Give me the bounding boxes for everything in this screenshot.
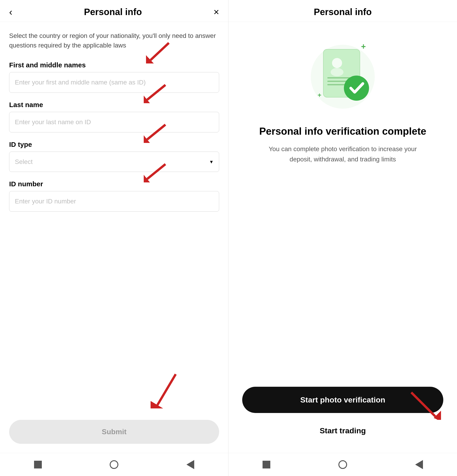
right-nav-square-icon[interactable]: [263, 461, 270, 468]
id-type-label: ID type: [9, 141, 219, 148]
verification-description: You can complete photo verification to i…: [263, 144, 423, 165]
bottom-navigation: [0, 453, 228, 476]
right-header-title: Personal info: [314, 7, 371, 17]
verification-complete-title: Personal info verification complete: [259, 125, 426, 138]
left-header-title: Personal info: [84, 7, 142, 17]
right-nav-circle-icon[interactable]: [338, 460, 347, 469]
svg-point-20: [344, 76, 369, 101]
nav-square-icon[interactable]: [34, 461, 42, 468]
first-name-input[interactable]: [9, 72, 219, 93]
id-type-field-group: ID type Select Passport National ID Driv…: [9, 141, 219, 172]
submit-button[interactable]: Submit: [9, 420, 219, 444]
nav-circle-icon[interactable]: [110, 460, 118, 469]
id-type-select[interactable]: Select Passport National ID Driver's Lic…: [9, 152, 219, 172]
last-name-input[interactable]: [9, 112, 219, 132]
nav-back-icon[interactable]: [186, 460, 194, 469]
id-type-select-wrapper: Select Passport National ID Driver's Lic…: [9, 152, 219, 172]
back-button[interactable]: ‹: [9, 7, 12, 17]
svg-point-16: [331, 68, 343, 76]
id-number-input[interactable]: [9, 191, 219, 212]
last-name-label: Last name: [9, 101, 219, 109]
start-trading-button[interactable]: Start trading: [242, 417, 443, 444]
left-panel: ‹ Personal info × Select the country or …: [0, 0, 228, 476]
right-header: Personal info: [228, 0, 457, 22]
right-bottom-navigation: [228, 453, 457, 476]
start-trading-wrapper: Start trading: [242, 417, 443, 444]
right-content: + + Personal info verification complete …: [228, 22, 457, 378]
svg-text:+: +: [361, 42, 366, 51]
form-content: Select the country or region of your nat…: [0, 22, 228, 411]
verification-illustration: + +: [304, 36, 382, 113]
first-name-label: First and middle names: [9, 61, 219, 69]
id-number-label: ID number: [9, 180, 219, 188]
left-header: ‹ Personal info ×: [0, 0, 228, 22]
start-photo-verification-button[interactable]: Start photo verification: [242, 387, 443, 413]
close-button[interactable]: ×: [213, 7, 219, 17]
right-panel: Personal info + +: [228, 0, 457, 476]
svg-point-15: [332, 58, 342, 68]
subtitle-text: Select the country or region of your nat…: [9, 31, 219, 50]
id-number-field-group: ID number: [9, 180, 219, 212]
svg-text:+: +: [318, 92, 321, 99]
submit-area: Submit: [0, 411, 228, 444]
right-nav-back-icon[interactable]: [415, 460, 423, 469]
first-name-field-group: First and middle names: [9, 61, 219, 93]
right-action-buttons: Start photo verification Start trading: [228, 378, 457, 444]
last-name-field-group: Last name: [9, 101, 219, 132]
